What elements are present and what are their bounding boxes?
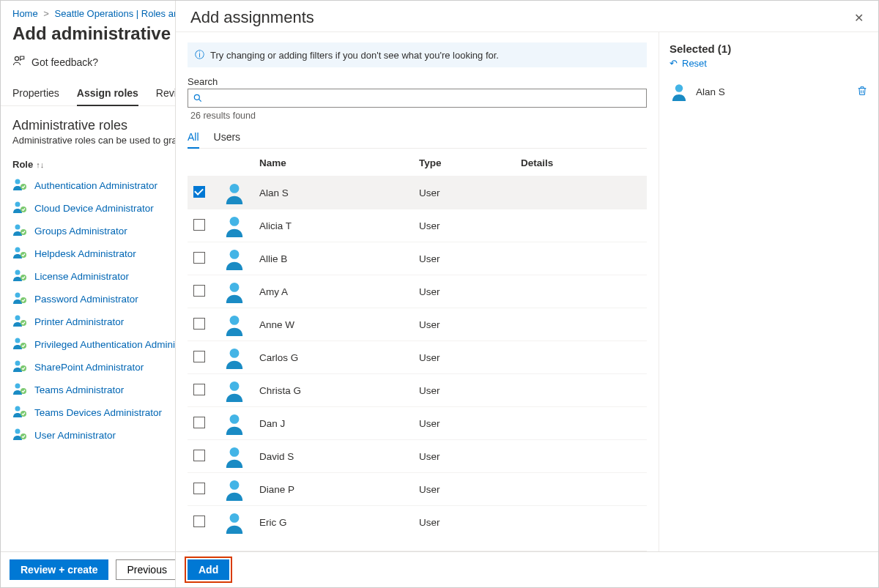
user-row[interactable]: Dan JUser <box>188 407 647 440</box>
row-type: User <box>413 374 515 407</box>
row-name: Christa G <box>253 374 413 407</box>
role-link[interactable]: Teams Administrator <box>34 384 124 395</box>
role-link[interactable]: License Administrator <box>34 271 129 282</box>
user-row[interactable]: Carlos GUser <box>188 341 647 374</box>
row-type: User <box>413 176 515 209</box>
undo-icon: ↶ <box>670 58 678 69</box>
filter-tab-users[interactable]: Users <box>214 128 241 148</box>
svg-point-21 <box>15 406 21 412</box>
filter-tabs: All Users <box>188 128 647 149</box>
role-icon <box>12 313 27 330</box>
reset-label: Reset <box>682 58 707 69</box>
row-details <box>515 209 647 242</box>
tab-assign-roles[interactable]: Assign roles <box>77 83 138 106</box>
role-link[interactable]: Authentication Administrator <box>34 180 157 191</box>
tab-properties[interactable]: Properties <box>12 83 59 105</box>
user-avatar-icon <box>223 444 248 468</box>
user-row[interactable]: Eric GUser <box>188 506 647 539</box>
role-link[interactable]: User Administrator <box>34 430 116 441</box>
previous-button[interactable]: Previous <box>116 559 177 580</box>
row-details <box>515 341 647 374</box>
row-type: User <box>413 242 515 275</box>
row-name: Alan S <box>253 176 413 209</box>
user-avatar-icon <box>670 82 689 101</box>
user-avatar-icon <box>223 181 248 204</box>
user-avatar-icon <box>223 412 248 435</box>
row-details <box>515 506 647 539</box>
row-checkbox[interactable] <box>193 483 205 494</box>
user-avatar-icon <box>223 379 248 402</box>
svg-point-36 <box>230 480 240 490</box>
role-link[interactable]: Privileged Authentication Administ <box>34 339 183 350</box>
row-checkbox[interactable] <box>193 219 205 231</box>
row-name: Amy A <box>253 275 413 308</box>
user-row[interactable]: Amy AUser <box>188 275 647 308</box>
col-details[interactable]: Details <box>515 149 647 176</box>
selected-item-name: Alan S <box>696 86 725 97</box>
svg-point-15 <box>15 338 21 343</box>
add-assignments-panel: Add assignments ✕ ⓘ Try changing or addi… <box>175 1 878 587</box>
row-name: Eric G <box>253 506 413 539</box>
svg-point-38 <box>675 84 683 92</box>
col-type[interactable]: Type <box>413 149 515 176</box>
close-icon[interactable]: ✕ <box>854 11 864 25</box>
row-checkbox[interactable] <box>193 417 205 428</box>
role-icon <box>12 177 27 194</box>
search-input[interactable] <box>188 89 647 108</box>
user-row[interactable]: Alicia TUser <box>188 209 647 242</box>
user-avatar-icon <box>223 510 248 534</box>
svg-point-1 <box>15 179 21 185</box>
svg-point-17 <box>15 361 21 366</box>
review-create-button[interactable]: Review + create <box>10 559 108 580</box>
add-button[interactable]: Add <box>188 559 229 580</box>
svg-point-37 <box>230 513 240 523</box>
row-checkbox[interactable] <box>193 252 205 264</box>
svg-point-28 <box>230 217 240 226</box>
role-icon <box>12 291 27 308</box>
user-avatar-icon <box>223 313 248 336</box>
person-feedback-icon <box>12 54 26 70</box>
user-row[interactable]: Allie BUser <box>188 242 647 275</box>
sort-icon: ↑↓ <box>36 160 44 169</box>
row-checkbox[interactable] <box>193 450 205 461</box>
info-bar: ⓘ Try changing or adding filters if you … <box>188 42 647 67</box>
row-name: Diane P <box>253 473 413 506</box>
remove-selected-icon[interactable] <box>856 85 868 99</box>
row-checkbox[interactable] <box>193 516 205 527</box>
role-link[interactable]: Teams Devices Administrator <box>34 407 162 418</box>
role-link[interactable]: Password Administrator <box>34 294 138 305</box>
role-icon <box>12 382 27 398</box>
row-name: Carlos G <box>253 341 413 374</box>
filter-tab-all[interactable]: All <box>188 128 199 149</box>
reset-button[interactable]: ↶ Reset <box>670 58 868 69</box>
row-checkbox[interactable] <box>193 186 205 198</box>
row-checkbox[interactable] <box>193 384 205 395</box>
row-name: David S <box>253 440 413 473</box>
row-checkbox[interactable] <box>193 285 205 297</box>
breadcrumb-item[interactable]: Seattle Operations | Roles and <box>55 8 185 19</box>
user-row[interactable]: Alan SUser <box>188 176 647 209</box>
role-link[interactable]: SharePoint Administrator <box>34 362 144 373</box>
row-type: User <box>413 341 515 374</box>
user-row[interactable]: Anne WUser <box>188 308 647 341</box>
svg-line-26 <box>199 99 201 101</box>
role-link[interactable]: Helpdesk Administrator <box>34 248 136 259</box>
row-checkbox[interactable] <box>193 318 205 330</box>
svg-point-33 <box>230 382 240 391</box>
svg-point-9 <box>15 270 21 275</box>
role-link[interactable]: Printer Administrator <box>34 316 124 327</box>
svg-point-11 <box>15 293 21 298</box>
row-type: User <box>413 407 515 440</box>
svg-point-23 <box>15 429 21 434</box>
selected-item: Alan S <box>670 82 868 101</box>
user-row[interactable]: David SUser <box>188 440 647 473</box>
breadcrumb-home[interactable]: Home <box>12 8 38 19</box>
role-link[interactable]: Cloud Device Administrator <box>34 203 154 214</box>
role-link[interactable]: Groups Administrator <box>34 226 127 237</box>
user-row[interactable]: Diane PUser <box>188 473 647 506</box>
info-text: Try changing or adding filters if you do… <box>210 50 499 61</box>
col-name[interactable]: Name <box>253 149 413 176</box>
row-checkbox[interactable] <box>193 351 205 362</box>
user-row[interactable]: Christa GUser <box>188 374 647 407</box>
row-details <box>515 275 647 308</box>
